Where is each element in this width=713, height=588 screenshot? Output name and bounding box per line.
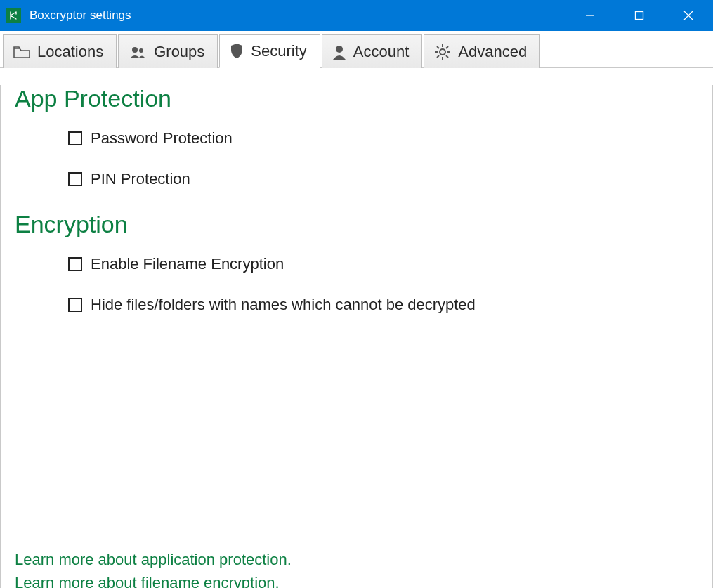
svg-point-8 (440, 49, 445, 55)
tab-bar: Locations Groups Security Account Advanc… (0, 31, 713, 68)
footer-links: Learn more about application protection.… (15, 548, 292, 588)
svg-line-15 (446, 46, 448, 48)
tab-advanced[interactable]: Advanced (424, 34, 540, 68)
svg-point-6 (139, 48, 143, 53)
option-filename-encryption[interactable]: Enable Filename Encryption (68, 255, 698, 273)
tab-label: Groups (154, 43, 204, 61)
heading-app-protection: App Protection (15, 85, 698, 112)
title-bar: Boxcryptor settings (0, 0, 713, 31)
checkbox[interactable] (68, 131, 82, 145)
tab-label: Advanced (458, 43, 527, 61)
svg-rect-2 (636, 12, 643, 20)
link-filename-encryption-help[interactable]: Learn more about filename encryption. (15, 571, 292, 588)
close-button[interactable] (664, 0, 713, 31)
svg-line-14 (446, 55, 448, 58)
window-controls (565, 0, 713, 31)
heading-encryption: Encryption (15, 211, 698, 238)
security-panel: App Protection Password Protection PIN P… (0, 85, 713, 588)
app-icon (6, 8, 21, 23)
tab-label: Account (353, 43, 410, 61)
checkbox[interactable] (68, 257, 82, 271)
groups-icon (129, 45, 147, 59)
gear-icon (434, 44, 451, 60)
checkbox[interactable] (68, 172, 82, 186)
option-hide-undecryptable[interactable]: Hide files/folders with names which cann… (68, 296, 698, 314)
option-label: Password Protection (91, 129, 233, 148)
window-title: Boxcryptor settings (30, 8, 131, 22)
svg-point-7 (336, 46, 343, 53)
option-pin-protection[interactable]: PIN Protection (68, 170, 698, 188)
option-password-protection[interactable]: Password Protection (68, 129, 698, 148)
tab-groups[interactable]: Groups (118, 34, 218, 68)
person-icon (332, 44, 346, 60)
minimize-button[interactable] (565, 0, 615, 31)
svg-line-16 (437, 55, 439, 58)
tab-security[interactable]: Security (219, 34, 320, 68)
option-label: Enable Filename Encryption (91, 255, 284, 273)
tab-account[interactable]: Account (322, 34, 423, 68)
tab-label: Security (251, 42, 306, 60)
option-label: PIN Protection (91, 170, 190, 188)
svg-point-5 (132, 47, 138, 53)
folder-icon (13, 45, 30, 59)
link-app-protection-help[interactable]: Learn more about application protection. (15, 548, 292, 571)
maximize-button[interactable] (615, 0, 664, 31)
option-label: Hide files/folders with names which cann… (91, 296, 476, 314)
svg-rect-0 (8, 10, 19, 21)
tab-locations[interactable]: Locations (3, 34, 117, 68)
tab-label: Locations (37, 43, 103, 61)
checkbox[interactable] (68, 298, 82, 312)
svg-line-13 (437, 46, 439, 48)
shield-icon (230, 43, 244, 60)
